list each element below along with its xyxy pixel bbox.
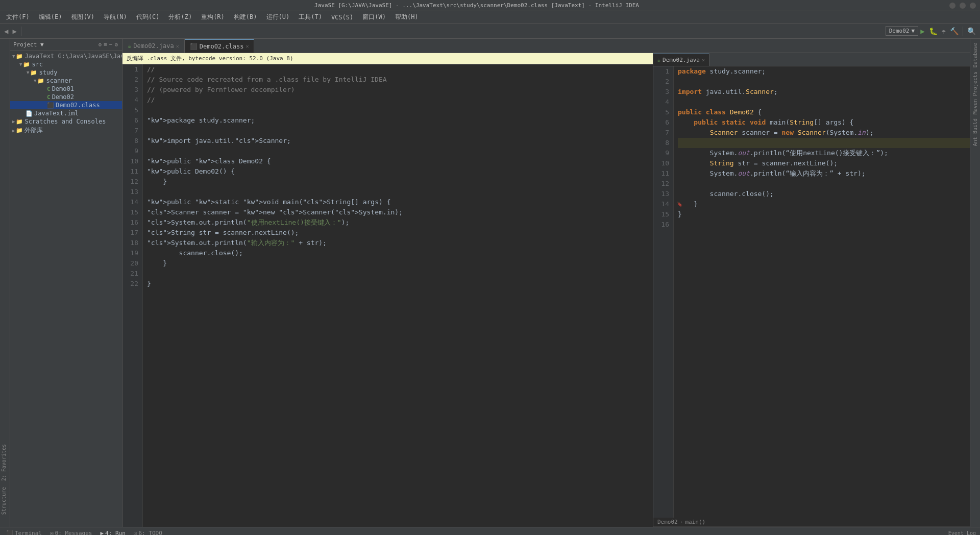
code-line-left-5: [147, 105, 653, 115]
title-controls: [949, 3, 976, 9]
terminal-label: Terminal: [15, 530, 42, 535]
tab-demo02java-close[interactable]: ✕: [176, 43, 179, 49]
tree-item-scanner[interactable]: ▼📁scanner: [10, 77, 122, 85]
line-num-left-15: 15: [127, 207, 138, 217]
line-numbers-right: 12345678910111213141516: [653, 66, 674, 518]
tree-icon-src: 📁: [23, 61, 30, 68]
line-num-left-21: 21: [127, 269, 138, 279]
maven-tab[interactable]: Maven Projects: [972, 71, 978, 114]
line-num-left-14: 14: [127, 197, 138, 207]
java-code-area[interactable]: 12345678910111213141516 package study.sc…: [653, 66, 970, 518]
tree-item-external[interactable]: ▶📁外部库: [10, 126, 122, 135]
tree-label-javatext-iml: JavaText.iml: [34, 110, 79, 117]
line-num-right-5: 5: [657, 107, 669, 117]
code-line-right-15: }: [678, 209, 970, 220]
tree-item-study[interactable]: ▼📁study: [10, 68, 122, 77]
tree-label-study: study: [39, 69, 57, 76]
coverage-btn[interactable]: ☂: [940, 26, 948, 36]
run-icon: ▶: [100, 530, 104, 535]
search-btn[interactable]: 🔍: [965, 26, 978, 36]
messages-icon: ✉: [50, 530, 54, 535]
line-num-right-9: 9: [657, 148, 669, 158]
event-log-btn[interactable]: Event Log: [948, 530, 976, 535]
code-line-left-21: [147, 269, 653, 279]
code-line-left-11: "kw">public Demo02() {: [147, 166, 653, 177]
code-line-right-4: [678, 97, 970, 107]
code-line-left-7: [147, 126, 653, 136]
tab-close-right[interactable]: ✕: [702, 57, 705, 63]
menu-item-窗口(W)[interactable]: 窗口(W): [358, 12, 390, 22]
line-num-left-20: 20: [127, 258, 138, 269]
tree-item-demo01[interactable]: CDemo01: [10, 85, 122, 93]
code-line-left-3: // (powered by Fernflower decompiler): [147, 85, 653, 95]
tab-demo02class[interactable]: ⬛ Demo02.class ✕: [185, 39, 255, 53]
code-line-right-16: [678, 220, 970, 230]
structure-tab[interactable]: Structure: [0, 485, 10, 517]
tree-item-scratches[interactable]: ▶📁Scratches and Consoles: [10, 117, 122, 126]
tree-icon-javatext-iml: 📄: [26, 110, 33, 117]
line-num-right-8: 8: [657, 138, 669, 148]
tab-demo02java[interactable]: ☕ Demo02.java ✕: [122, 39, 185, 53]
menu-item-分析(Z)[interactable]: 分析(Z): [164, 12, 196, 22]
code-line-left-10: "kw">public "kw">class Demo02 {: [147, 156, 653, 166]
settings-icon[interactable]: ⚙: [97, 41, 103, 48]
menu-item-文件(F)[interactable]: 文件(F): [2, 12, 34, 22]
tab-demo02class-close[interactable]: ✕: [246, 43, 249, 49]
code-line-right-3: import java.util.Scanner;: [678, 87, 970, 97]
code-line-left-16: "cls">System.out.println("使用nextLine()接受…: [147, 217, 653, 228]
code-line-left-12: }: [147, 177, 653, 187]
bookmark-icon-14: 🔖: [677, 199, 682, 209]
todo-tab[interactable]: ☑ 6: TODO: [132, 530, 164, 535]
tree-item-demo02[interactable]: CDemo02: [10, 93, 122, 101]
line-num-right-3: 3: [657, 87, 669, 97]
tree-item-src[interactable]: ▼📁src: [10, 60, 122, 68]
debug-btn[interactable]: 🐛: [927, 26, 940, 36]
run-btn[interactable]: ▶: [918, 26, 926, 36]
decompiled-code-area[interactable]: 12345678910111213141516171819202122 ////…: [122, 64, 653, 527]
terminal-icon: ⬛: [6, 530, 13, 535]
breadcrumb-sep: ›: [680, 519, 683, 525]
maximize-btn[interactable]: [960, 3, 966, 9]
menu-item-构建(B)[interactable]: 构建(B): [230, 12, 261, 22]
menu-item-编辑(E)[interactable]: 编辑(E): [35, 12, 66, 22]
code-line-right-13: scanner.close();: [678, 189, 970, 199]
menu-item-重构(R)[interactable]: 重构(R): [197, 12, 229, 22]
minimize-btn[interactable]: [949, 3, 955, 9]
line-num-left-17: 17: [127, 228, 138, 238]
database-tab[interactable]: Database: [972, 43, 978, 67]
tree-item-javatext[interactable]: ▼📁JavaText G:\Java\JavaSE\JavaText: [10, 52, 122, 60]
menu-item-VCS(S)[interactable]: VCS(S): [327, 13, 357, 22]
forward-btn[interactable]: ▶: [10, 26, 18, 36]
terminal-tab[interactable]: ⬛ Terminal: [4, 530, 44, 535]
close-btn[interactable]: [970, 3, 976, 9]
line-num-left-2: 2: [127, 75, 138, 85]
menu-item-帮助(H)[interactable]: 帮助(H): [391, 12, 423, 22]
ant-tab[interactable]: Ant Build: [972, 118, 978, 146]
tab-demo02class-label: Demo02.class: [200, 43, 244, 50]
code-line-left-8: "kw">import java.util."cls">Scanner;: [147, 136, 653, 146]
line-num-left-9: 9: [127, 146, 138, 156]
run-config[interactable]: Demo02 ▼: [886, 26, 918, 36]
code-line-left-4: //: [147, 95, 653, 105]
messages-tab[interactable]: ✉ 0: Messages: [48, 530, 94, 535]
favorites-tab[interactable]: 2: Favorites: [0, 442, 10, 483]
run-tab[interactable]: ▶ 4: Run: [98, 530, 127, 535]
menu-item-视图(V)[interactable]: 视图(V): [67, 12, 99, 22]
line-num-right-10: 10: [657, 158, 669, 168]
menu-item-运行(U)[interactable]: 运行(U): [262, 12, 294, 22]
menu-item-导航(N)[interactable]: 导航(N): [100, 12, 131, 22]
close-panel-icon[interactable]: −: [108, 41, 114, 48]
collapse-icon[interactable]: ≡: [103, 41, 108, 48]
tab-demo02java-right[interactable]: ☕ Demo02.java ✕: [653, 54, 709, 66]
tree-item-demo02class[interactable]: ⬛Demo02.class: [10, 101, 122, 109]
toolbar-sep2: [963, 27, 963, 36]
back-btn[interactable]: ◀: [2, 26, 10, 36]
gear-icon[interactable]: ⚙: [113, 41, 119, 48]
menu-item-代码(C)[interactable]: 代码(C): [132, 12, 164, 22]
tab-label-right: Demo02.java: [663, 57, 700, 63]
code-line-left-17: "cls">String str = scanner.nextLine();: [147, 228, 653, 238]
menu-item-工具(T)[interactable]: 工具(T): [295, 12, 326, 22]
menu-bar: 文件(F)编辑(E)视图(V)导航(N)代码(C)分析(Z)重构(R)构建(B)…: [0, 11, 980, 23]
tree-item-javatext-iml[interactable]: 📄JavaText.iml: [10, 109, 122, 117]
build-btn[interactable]: 🔨: [948, 26, 961, 36]
